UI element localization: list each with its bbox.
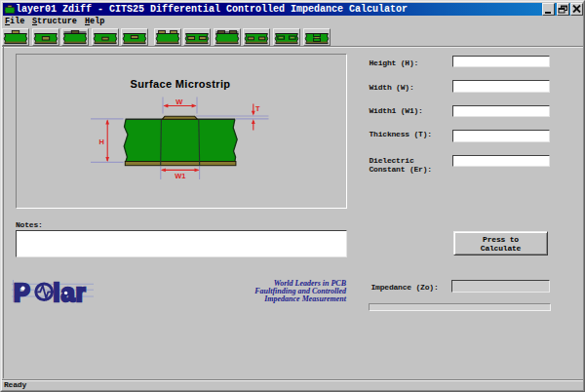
svg-text:lar: lar (54, 279, 87, 306)
svg-text:H: H (98, 137, 103, 146)
svg-text:T: T (255, 104, 260, 113)
svg-text:W1: W1 (175, 172, 185, 180)
svg-text:P: P (14, 279, 30, 306)
svg-text:W: W (176, 98, 183, 106)
